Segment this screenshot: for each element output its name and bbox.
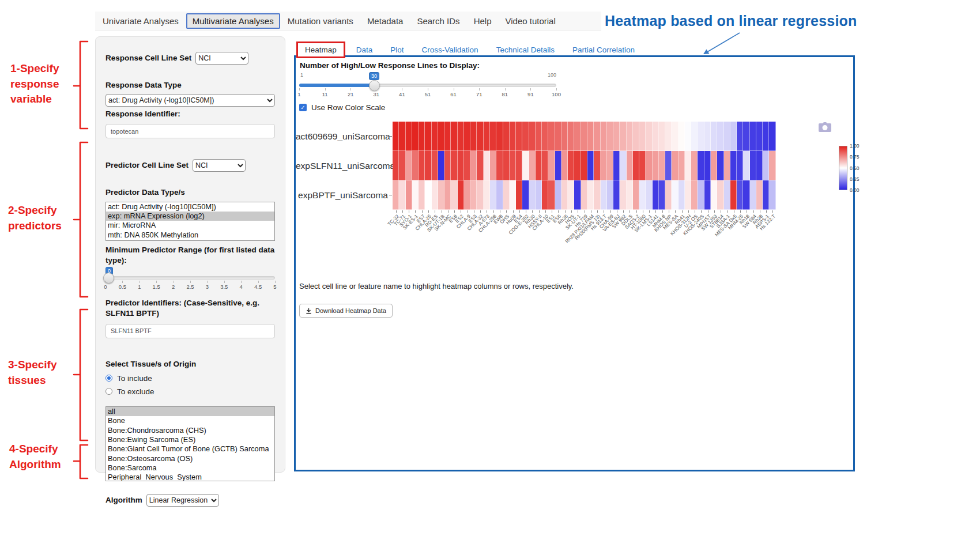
heatmap-cell	[613, 151, 620, 180]
heatmap-cell	[639, 122, 646, 151]
response-identifier-input[interactable]	[105, 124, 275, 138]
slider-tick-label: 1.5	[153, 284, 160, 290]
algorithm-select[interactable]: Linear Regression	[146, 494, 219, 507]
download-heatmap-button[interactable]: Download Heatmap Data	[299, 304, 393, 318]
step-label-4: 4-SpecifyAlgorithm	[9, 441, 61, 472]
heatmap-cell	[484, 151, 490, 180]
nav-item-multivariate-analyses[interactable]: Multivariate Analyses	[186, 13, 280, 29]
tissue-option-bone[interactable]: Bone	[106, 416, 274, 425]
column-tick	[604, 210, 604, 213]
heatmap-cell	[412, 151, 419, 180]
radio-to-exclude[interactable]	[105, 388, 112, 395]
heatmap-cell	[724, 122, 730, 151]
download-icon	[306, 308, 312, 314]
tissue-option-bone-ewing-sarcoma-es[interactable]: Bone:Ewing Sarcoma (ES)	[106, 435, 274, 444]
predictor-type-option-exp[interactable]: exp: mRNA Expression (log2)	[106, 212, 274, 221]
heatmap-cell	[516, 180, 522, 210]
tissue-option-bone-chondrosarcoma-chs[interactable]: Bone:Chondrosarcoma (CHS)	[106, 426, 274, 435]
nav-item-video-tutorial[interactable]: Video tutorial	[499, 13, 561, 29]
lines-slider-min: 1	[300, 72, 303, 78]
column-tick	[727, 210, 728, 213]
column-tick	[532, 210, 533, 213]
query-form-panel: Response Cell Line Set NCI Response Data…	[95, 36, 285, 473]
heatmap-cell	[704, 151, 711, 180]
tab-partial-correlation[interactable]: Partial Correlation	[567, 43, 640, 56]
radio-label-to-exclude: To exclude	[117, 387, 154, 396]
predictor-type-option-mir[interactable]: mir: MicroRNA	[106, 221, 274, 230]
heatmap-cell	[613, 180, 620, 210]
radio-to-include[interactable]	[105, 375, 112, 382]
predictor-identifiers-input[interactable]	[105, 324, 275, 338]
tissue-option-bone-osteosarcoma-os[interactable]: Bone:Osteosarcoma (OS)	[106, 454, 274, 463]
column-tick	[708, 210, 708, 213]
column-tick	[740, 210, 741, 213]
tab-heatmap[interactable]: Heatmap	[296, 41, 345, 58]
heatmap-cell	[490, 151, 496, 180]
heatmap-cell	[542, 180, 548, 210]
slider-tick	[174, 281, 174, 283]
tissue-option-peripheral-nervous-system[interactable]: Peripheral_Nervous_System	[106, 473, 274, 481]
response-data-type-select[interactable]: act: Drug Activity (-log10[IC50M])	[105, 94, 275, 107]
slider-tick-label: 11	[322, 91, 328, 97]
nav-item-mutation-variants[interactable]: Mutation variants	[281, 13, 360, 29]
column-tick	[519, 210, 520, 213]
heatmap-cell	[691, 180, 698, 210]
tab-technical-details[interactable]: Technical Details	[491, 43, 560, 56]
nav-item-search-ids[interactable]: Search IDs	[410, 13, 466, 29]
heatmap-row-label[interactable]: expSLFN11_uniSarcoma	[296, 151, 388, 180]
column-tick	[766, 210, 767, 213]
camera-icon[interactable]	[818, 122, 832, 133]
heatmap-cell	[711, 180, 717, 210]
heatmap-row-label[interactable]: act609699_uniSarcoma	[296, 122, 388, 151]
tab-cross-validation[interactable]: Cross-Validation	[417, 43, 484, 56]
nav-item-univariate-analyses[interactable]: Univariate Analyses	[96, 13, 185, 29]
heatmap-cell	[393, 151, 399, 180]
tab-plot[interactable]: Plot	[385, 43, 409, 56]
tissue-option-bone-sarcoma[interactable]: Bone:Sarcoma	[106, 463, 274, 473]
result-tabs: HeatmapDataPlotCross-ValidationTechnical…	[296, 41, 647, 58]
heatmap-panel: Number of High/Low Response Lines to Dis…	[294, 55, 855, 471]
predictor-data-type-list[interactable]: act: Drug Activity (-log10[IC50M])exp: m…	[105, 202, 275, 241]
column-tick	[591, 210, 591, 213]
heatmap-cell	[393, 122, 399, 151]
heatmap-cell	[555, 151, 561, 180]
heatmap-cell	[399, 122, 405, 151]
heatmap-cell	[464, 151, 470, 180]
heatmap-row-label[interactable]: expBPTF_uniSarcoma	[296, 180, 388, 210]
column-tick	[545, 210, 546, 213]
tissue-list[interactable]: allBoneBone:Chondrosarcoma (CHS)Bone:Ewi…	[105, 406, 275, 481]
predictor-type-option-mth[interactable]: mth: DNA 850K Methylation	[106, 231, 274, 240]
step-label-1: 1-Specifyresponsevariable	[10, 61, 59, 107]
tissue-option-bone-giant-cell-tumor-of-bone-gctb-sarcoma[interactable]: Bone:Giant Cell Tumor of Bone (GCTB) Sar…	[106, 444, 274, 454]
heatmap-row	[393, 122, 776, 151]
tissue-origin-label: Select Tissue/s of Origin	[105, 359, 275, 369]
tissue-radio-row: To exclude	[105, 387, 275, 396]
heatmap-cell	[646, 151, 652, 180]
heatmap-cell	[574, 151, 581, 180]
min-range-track[interactable]	[105, 276, 275, 280]
nav-item-help[interactable]: Help	[468, 13, 498, 29]
predictor-cell-line-set-select[interactable]: NCI	[193, 159, 246, 172]
column-tick	[468, 210, 468, 213]
heatmap-cell	[685, 151, 691, 180]
heatmap-cell	[581, 122, 587, 151]
heatmap-cell	[444, 180, 451, 210]
column-tick	[402, 210, 403, 213]
heatmap-cell	[601, 151, 607, 180]
tissue-option-all[interactable]: all	[106, 407, 274, 416]
column-tick	[610, 210, 611, 213]
heatmap-cell	[633, 180, 639, 210]
row-color-scale-checkbox[interactable]: ✓	[299, 104, 307, 111]
row-tick	[389, 165, 392, 166]
heatmap-cell	[769, 151, 775, 180]
lines-slider-fill	[299, 84, 374, 87]
predictor-type-option-act[interactable]: act: Drug Activity (-log10[IC50M])	[106, 202, 274, 212]
response-cell-line-set-select[interactable]: NCI	[195, 52, 248, 65]
column-tick	[753, 210, 754, 213]
heatmap-cell	[607, 180, 613, 210]
nav-item-metadata[interactable]: Metadata	[361, 13, 410, 29]
tab-data[interactable]: Data	[351, 43, 378, 56]
lines-slider-thumb[interactable]	[369, 80, 380, 91]
min-range-thumb[interactable]	[103, 273, 114, 284]
slider-tick	[479, 88, 480, 90]
